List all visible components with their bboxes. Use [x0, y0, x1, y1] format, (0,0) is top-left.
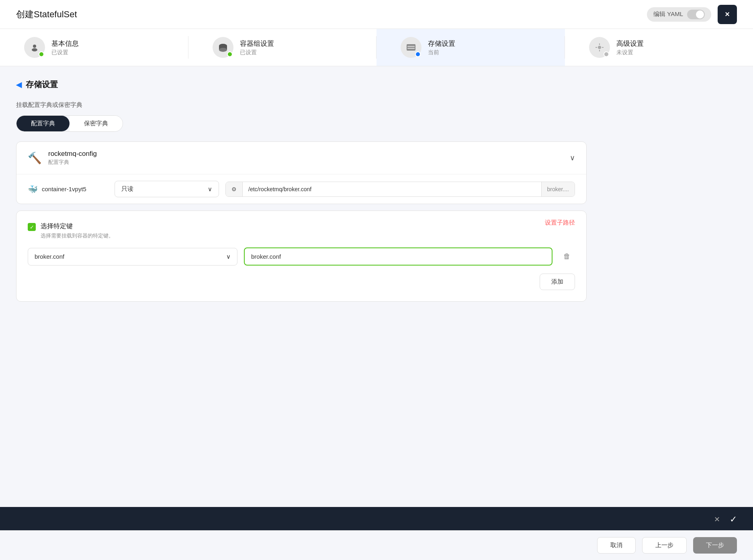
- permission-value: 只读: [121, 185, 133, 193]
- step-container-dot: [227, 51, 233, 57]
- cancel-button[interactable]: 取消: [597, 537, 636, 554]
- value-input[interactable]: [244, 247, 552, 266]
- close-button[interactable]: ×: [718, 5, 737, 24]
- prev-button[interactable]: 上一步: [642, 537, 687, 554]
- footer-btns: 取消 上一步 下一步: [0, 530, 753, 560]
- container-label: 🐳 container-1vpyt5: [28, 184, 108, 194]
- step-advanced[interactable]: 高级设置 未设置: [565, 29, 753, 66]
- checkbox-row: ✓ 选择特定键 选择需要挂载到容器的特定键。: [28, 222, 575, 239]
- container-name: container-1vpyt5: [42, 186, 86, 192]
- step-basic-icon: [24, 37, 45, 58]
- key-value: broker.conf: [35, 253, 64, 260]
- step-storage-name: 存储设置: [428, 39, 455, 48]
- section-title-text: 存储设置: [26, 79, 58, 90]
- bottom-confirm-icon[interactable]: ✓: [730, 514, 737, 525]
- page-title: 创建StatefulSet: [16, 8, 77, 20]
- tab-config[interactable]: 配置字典: [16, 116, 70, 131]
- svg-point-1: [33, 45, 36, 48]
- step-container-icon: [213, 37, 233, 58]
- back-arrow[interactable]: ◀: [16, 80, 22, 89]
- set-subpath-link[interactable]: 设置子路径: [545, 219, 575, 227]
- svg-point-5: [219, 48, 227, 52]
- special-keys-checkbox[interactable]: ✓: [28, 223, 36, 231]
- step-storage[interactable]: 存储设置 当前: [376, 29, 565, 66]
- container-icon: 🐳: [28, 184, 38, 194]
- checkbox-label: 选择特定键: [41, 222, 114, 231]
- key-chevron-icon: ∨: [226, 253, 231, 260]
- step-container[interactable]: 容器组设置 已设置: [188, 29, 377, 66]
- path-suffix: broker....: [541, 182, 575, 196]
- step-basic-name: 基本信息: [51, 39, 79, 48]
- step-advanced-status: 未设置: [616, 49, 644, 56]
- tab-group: 配置字典 保密字典: [16, 115, 123, 132]
- delete-button[interactable]: 🗑: [559, 249, 575, 265]
- step-container-name: 容器组设置: [240, 39, 274, 48]
- permission-chevron: ∨: [208, 186, 212, 193]
- header-actions: 编辑 YAML ×: [647, 5, 737, 24]
- config-card: 🔨 rocketmq-config 配置字典 ∨ 🐳 container-1vp…: [16, 141, 587, 204]
- step-basic-status: 已设置: [51, 49, 79, 56]
- step-storage-dot: [415, 51, 421, 57]
- config-card-header[interactable]: 🔨 rocketmq-config 配置字典 ∨: [16, 142, 586, 174]
- add-btn-container: 添加: [28, 274, 575, 290]
- step-advanced-name: 高级设置: [616, 39, 644, 48]
- step-basic[interactable]: 基本信息 已设置: [0, 29, 188, 66]
- config-info: rocketmq-config 配置字典: [48, 150, 97, 166]
- header: 创建StatefulSet 编辑 YAML ×: [0, 0, 753, 29]
- svg-rect-8: [407, 48, 415, 49]
- permission-select[interactable]: 只读 ∨: [115, 181, 219, 197]
- container-row: 🐳 container-1vpyt5 只读 ∨ ⚙ /etc/rocketmq/…: [16, 174, 586, 204]
- step-advanced-text: 高级设置 未设置: [616, 39, 644, 56]
- yaml-toggle-switch[interactable]: [687, 10, 705, 19]
- path-value: /etc/rocketmq/broker.conf: [243, 182, 541, 196]
- checkbox-text: 选择特定键 选择需要挂载到容器的特定键。: [41, 222, 114, 239]
- yaml-toggle-area: 编辑 YAML: [647, 7, 711, 22]
- step-storage-icon: [401, 37, 422, 58]
- section-title: ◀ 存储设置: [16, 79, 587, 90]
- step-basic-dot: [39, 51, 44, 57]
- tab-secret[interactable]: 保密字典: [70, 116, 123, 131]
- step-basic-text: 基本信息 已设置: [51, 39, 79, 56]
- bottom-cancel-icon[interactable]: ✕: [714, 515, 720, 524]
- path-gear-icon: ⚙: [231, 186, 237, 192]
- config-card-header-left: 🔨 rocketmq-config 配置字典: [28, 150, 97, 166]
- add-button[interactable]: 添加: [540, 274, 575, 290]
- step-container-text: 容器组设置 已设置: [240, 39, 274, 56]
- config-tool-icon: 🔨: [28, 151, 42, 165]
- next-button[interactable]: 下一步: [693, 537, 737, 554]
- step-storage-status: 当前: [428, 49, 455, 56]
- main-content: ◀ 存储设置 挂载配置字典或保密字典 配置字典 保密字典 🔨 rocketmq-…: [0, 66, 603, 321]
- key-select[interactable]: broker.conf ∨: [28, 248, 237, 266]
- section-subtitle: 挂载配置字典或保密字典: [16, 101, 587, 109]
- checkbox-desc: 选择需要挂载到容器的特定键。: [41, 232, 114, 239]
- svg-point-9: [598, 46, 601, 49]
- svg-rect-7: [407, 46, 415, 47]
- step-storage-text: 存储设置 当前: [428, 39, 455, 56]
- steps-nav: 基本信息 已设置 容器组设置 已设置 存储设置: [0, 29, 753, 66]
- path-field: ⚙ /etc/rocketmq/broker.conf broker....: [225, 182, 575, 197]
- step-container-status: 已设置: [240, 49, 274, 56]
- svg-rect-6: [407, 44, 415, 51]
- config-type: 配置字典: [48, 159, 97, 166]
- key-value-row: broker.conf ∨ 🗑: [28, 247, 575, 266]
- step-advanced-icon: [589, 37, 610, 58]
- svg-point-2: [32, 48, 37, 51]
- bottom-bar: ✕ ✓: [0, 507, 753, 532]
- path-prefix: ⚙: [226, 182, 243, 196]
- config-name: rocketmq-config: [48, 150, 97, 158]
- chevron-down-icon: ∨: [570, 153, 575, 162]
- special-keys-card: 设置子路径 ✓ 选择特定键 选择需要挂载到容器的特定键。 broker.conf…: [16, 211, 587, 302]
- step-advanced-dot: [604, 51, 609, 57]
- yaml-label: 编辑 YAML: [653, 10, 683, 18]
